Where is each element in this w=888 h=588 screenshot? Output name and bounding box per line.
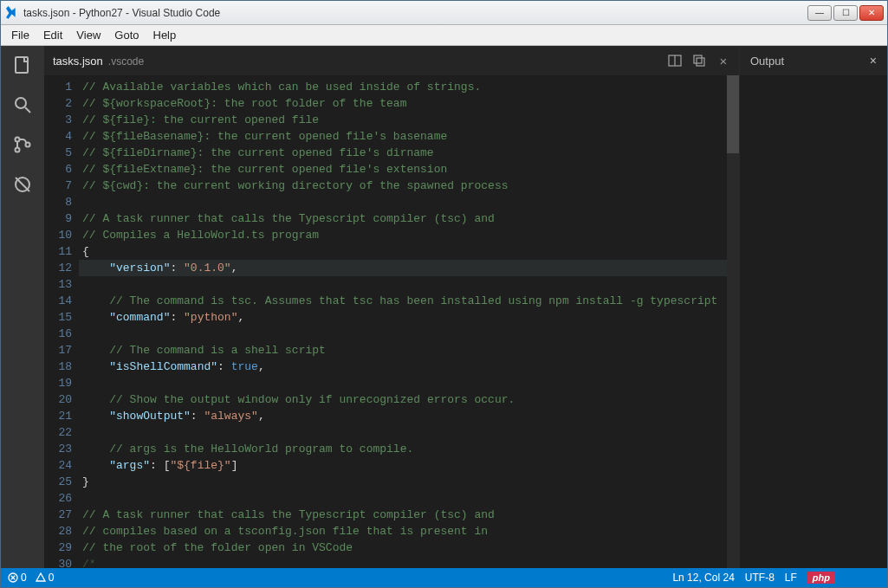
- code-line[interactable]: // Available variables which can be used…: [79, 79, 727, 95]
- search-icon[interactable]: [10, 93, 35, 117]
- tab-actions: ×: [668, 54, 730, 68]
- status-warnings[interactable]: 0: [36, 572, 55, 584]
- line-number: 25: [44, 474, 72, 490]
- activity-bar: [1, 46, 44, 568]
- close-button[interactable]: ✕: [859, 5, 884, 21]
- split-editor-icon[interactable]: [668, 54, 682, 68]
- scrollbar[interactable]: [727, 75, 739, 568]
- code-line[interactable]: "showOutput": "always",: [79, 408, 727, 424]
- code-line[interactable]: // args is the HelloWorld program to com…: [79, 441, 727, 457]
- more-actions-icon[interactable]: [692, 54, 706, 68]
- code-line[interactable]: [79, 490, 727, 507]
- line-number: 1: [44, 79, 72, 95]
- output-title: Output: [750, 55, 784, 68]
- code-line[interactable]: // ${workspaceRoot}: the root folder of …: [79, 95, 727, 112]
- code-line[interactable]: // The command is tsc. Assumes that tsc …: [79, 293, 727, 309]
- output-header: Output ×: [740, 46, 887, 75]
- code-line[interactable]: /*: [79, 556, 727, 568]
- code-editor[interactable]: 1234567891011121314151617181920212223242…: [44, 75, 739, 568]
- line-number: 3: [44, 112, 72, 128]
- svg-point-5: [26, 143, 30, 147]
- line-number: 22: [44, 424, 72, 441]
- status-errors[interactable]: 0: [8, 572, 27, 584]
- code-line[interactable]: // The command is a shell script: [79, 342, 727, 359]
- scrollbar-thumb[interactable]: [727, 75, 739, 153]
- code-line[interactable]: // Show the output window only if unreco…: [79, 391, 727, 408]
- code-line[interactable]: [79, 276, 727, 293]
- line-number: 13: [44, 276, 72, 293]
- line-number: 29: [44, 540, 72, 556]
- status-language[interactable]: php: [807, 572, 835, 584]
- close-output-icon[interactable]: ×: [870, 54, 877, 68]
- editor-tab[interactable]: tasks.json .vscode: [53, 55, 144, 68]
- debug-icon[interactable]: [10, 172, 35, 197]
- line-number: 17: [44, 342, 72, 359]
- line-number: 15: [44, 309, 72, 326]
- line-number: 30: [44, 556, 72, 568]
- line-gutter: 1234567891011121314151617181920212223242…: [44, 75, 79, 568]
- code-line[interactable]: // the root of the folder open in VSCode: [79, 540, 727, 556]
- line-number: 5: [44, 145, 72, 161]
- line-number: 23: [44, 441, 72, 457]
- menu-file[interactable]: File: [4, 27, 36, 43]
- explorer-icon[interactable]: [10, 53, 35, 77]
- window-title: tasks.json - Python27 - Visual Studio Co…: [23, 7, 807, 19]
- line-number: 9: [44, 210, 72, 227]
- menu-view[interactable]: View: [69, 27, 107, 43]
- main-area: tasks.json .vscode × 1234567891011121314…: [1, 46, 887, 568]
- code-line[interactable]: // Compiles a HelloWorld.ts program: [79, 227, 727, 243]
- code-line[interactable]: [79, 326, 727, 342]
- menubar: File Edit View Goto Help: [1, 25, 887, 46]
- code-line[interactable]: [79, 194, 727, 210]
- code-line[interactable]: "isShellCommand": true,: [79, 359, 727, 375]
- code-line[interactable]: // ${fileExtname}: the current opened fi…: [79, 161, 727, 178]
- svg-rect-11: [697, 58, 704, 66]
- line-number: 2: [44, 95, 72, 112]
- code-line[interactable]: [79, 375, 727, 391]
- status-eol[interactable]: LF: [785, 572, 797, 584]
- code-line[interactable]: "version": "0.1.0",: [79, 260, 727, 276]
- line-number: 12: [44, 260, 72, 276]
- code-line[interactable]: // ${fileDirname}: the current opened fi…: [79, 145, 727, 161]
- code-line[interactable]: // ${cwd}: the current working directory…: [79, 178, 727, 194]
- code-line[interactable]: // A task runner that calls the Typescri…: [79, 210, 727, 227]
- svg-point-1: [16, 98, 26, 108]
- maximize-button[interactable]: ☐: [833, 5, 858, 21]
- menu-goto[interactable]: Goto: [107, 27, 146, 43]
- minimize-button[interactable]: —: [807, 5, 832, 21]
- line-number: 16: [44, 326, 72, 342]
- code-line[interactable]: [79, 424, 727, 441]
- status-encoding[interactable]: UTF-8: [745, 572, 775, 584]
- error-icon: [8, 572, 18, 583]
- code-line[interactable]: "args": ["${file}"]: [79, 457, 727, 474]
- code-area[interactable]: // Available variables which can be used…: [79, 75, 727, 568]
- line-number: 18: [44, 359, 72, 375]
- editor-group: tasks.json .vscode × 1234567891011121314…: [44, 46, 740, 568]
- close-editor-icon[interactable]: ×: [716, 54, 730, 68]
- code-line[interactable]: // ${file}: the current opened file: [79, 112, 727, 128]
- code-line[interactable]: }: [79, 474, 727, 490]
- git-icon[interactable]: [10, 132, 35, 157]
- menu-edit[interactable]: Edit: [36, 27, 69, 43]
- svg-line-2: [25, 107, 30, 113]
- line-number: 10: [44, 227, 72, 243]
- code-line[interactable]: "command": "python",: [79, 309, 727, 326]
- code-line[interactable]: // ${fileBasename}: the current opened f…: [79, 128, 727, 145]
- status-warnings-count: 0: [49, 572, 55, 584]
- line-number: 11: [44, 243, 72, 260]
- editor-tabbar: tasks.json .vscode ×: [44, 46, 739, 75]
- status-errors-count: 0: [21, 572, 27, 584]
- line-number: 24: [44, 457, 72, 474]
- code-line[interactable]: {: [79, 243, 727, 260]
- line-number: 8: [44, 194, 72, 210]
- line-number: 27: [44, 507, 72, 523]
- line-number: 14: [44, 293, 72, 309]
- status-cursor[interactable]: Ln 12, Col 24: [672, 572, 734, 584]
- line-number: 20: [44, 391, 72, 408]
- svg-point-4: [16, 148, 20, 152]
- line-number: 4: [44, 128, 72, 145]
- menu-help[interactable]: Help: [146, 27, 184, 43]
- code-line[interactable]: // compiles based on a tsconfig.json fil…: [79, 523, 727, 540]
- code-line[interactable]: // A task runner that calls the Typescri…: [79, 507, 727, 523]
- svg-rect-0: [16, 57, 28, 73]
